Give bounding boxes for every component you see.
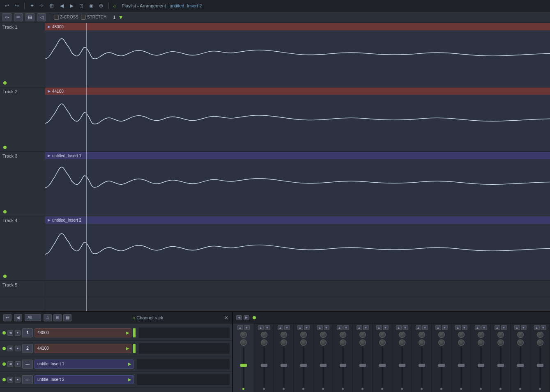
mc15-fader-thumb[interactable] xyxy=(537,364,543,367)
mc4-knob1[interactable] xyxy=(320,332,327,338)
mc10-fader-thumb[interactable] xyxy=(438,364,445,367)
mc9-knob2[interactable] xyxy=(419,339,425,346)
mc8-knob1[interactable] xyxy=(399,332,405,338)
mc12-fader-thumb[interactable] xyxy=(478,364,484,367)
cr-close-btn[interactable]: ✕ xyxy=(224,314,229,321)
mc5-knob2[interactable] xyxy=(340,339,346,346)
mc5-up[interactable]: ▲ xyxy=(337,325,343,330)
undo-icon[interactable]: ↩ xyxy=(3,2,11,9)
mc1-fader-thumb[interactable] xyxy=(261,364,267,367)
mc7-knob1[interactable] xyxy=(379,332,386,338)
mc14-knob1[interactable] xyxy=(517,332,524,338)
mc4-down[interactable]: ▼ xyxy=(324,325,329,330)
mc11-down[interactable]: ▼ xyxy=(462,325,467,330)
mc14-fader-thumb[interactable] xyxy=(517,364,524,367)
mc15-up[interactable]: ▲ xyxy=(534,325,540,330)
ch-4-name[interactable]: untitle..Insert 2 ▶ xyxy=(35,375,133,384)
mc11-fader-thumb[interactable] xyxy=(458,364,465,367)
mc3-knob2[interactable] xyxy=(300,339,307,346)
mc3-fader-thumb[interactable] xyxy=(300,364,307,367)
mc12-knob2[interactable] xyxy=(478,339,484,346)
mc8-up[interactable]: ▲ xyxy=(396,325,402,330)
draw-tool-btn[interactable]: ✏ xyxy=(14,13,23,21)
ch-1-btn1[interactable]: ◀ xyxy=(7,330,13,336)
mc8-fader-thumb[interactable] xyxy=(399,364,405,367)
cr-icon-2[interactable]: ⊞ xyxy=(53,314,62,321)
mc11-up[interactable]: ▲ xyxy=(455,325,461,330)
mc8-down[interactable]: ▼ xyxy=(403,325,408,330)
mc12-down[interactable]: ▼ xyxy=(481,325,487,330)
zcross-checkbox[interactable]: Z-CROSS xyxy=(54,15,78,20)
mc15-knob2[interactable] xyxy=(537,339,543,346)
mc11-knob1[interactable] xyxy=(458,332,465,338)
mixer-m-up[interactable]: ▲ xyxy=(237,325,243,330)
redo-icon[interactable]: ↪ xyxy=(13,2,21,9)
mc10-up[interactable]: ▲ xyxy=(435,325,441,330)
mc5-knob1[interactable] xyxy=(340,332,346,338)
mc10-down[interactable]: ▼ xyxy=(442,325,448,330)
tool-left[interactable]: ◀ xyxy=(58,2,65,9)
ch-3-btn1[interactable]: ◀ xyxy=(7,361,13,367)
mc9-down[interactable]: ▼ xyxy=(422,325,428,330)
mc13-down[interactable]: ▼ xyxy=(501,325,507,330)
mc7-knob2[interactable] xyxy=(379,339,386,346)
mc2-knob2[interactable] xyxy=(281,339,287,346)
move-tool-btn[interactable]: ⇔ xyxy=(2,13,12,21)
cr-icon-3[interactable]: ▦ xyxy=(63,314,71,321)
mc3-down[interactable]: ▼ xyxy=(304,325,310,330)
mc8-knob2[interactable] xyxy=(399,339,405,346)
mc6-knob2[interactable] xyxy=(359,339,366,346)
tool-select[interactable]: ✧ xyxy=(38,2,46,9)
mc1-down[interactable]: ▼ xyxy=(265,325,270,330)
tool-right[interactable]: ▶ xyxy=(68,2,75,9)
ch-1-name[interactable]: 48000 ▶ xyxy=(35,328,131,337)
ch-1-btn2[interactable]: ● xyxy=(15,330,21,336)
mc9-knob1[interactable] xyxy=(419,332,425,338)
mc2-down[interactable]: ▼ xyxy=(284,325,290,330)
stretch-box[interactable] xyxy=(81,15,86,20)
ch-2-btn2[interactable]: ● xyxy=(15,346,21,351)
cr-filter-dropdown[interactable]: All xyxy=(25,314,41,321)
mc11-knob2[interactable] xyxy=(458,339,465,346)
mc12-up[interactable]: ▲ xyxy=(475,325,481,330)
mc4-fader-thumb[interactable] xyxy=(320,364,327,367)
mc6-up[interactable]: ▲ xyxy=(357,325,362,330)
mc6-down[interactable]: ▼ xyxy=(363,325,369,330)
tool-plus[interactable]: ⊕ xyxy=(97,2,105,9)
mc2-up[interactable]: ▲ xyxy=(278,325,283,330)
ch-2-name[interactable]: 44100 ▶ xyxy=(35,344,131,353)
mc14-knob2[interactable] xyxy=(517,339,524,346)
mc7-up[interactable]: ▲ xyxy=(376,325,382,330)
ch-3-name[interactable]: untitle..Insert 1 ▶ xyxy=(35,360,133,369)
mc10-knob1[interactable] xyxy=(438,332,445,338)
mc7-fader-thumb[interactable] xyxy=(379,364,386,367)
snap-tool-btn[interactable]: ⊞ xyxy=(25,13,35,21)
mc15-knob1[interactable] xyxy=(537,332,543,338)
mc13-up[interactable]: ▲ xyxy=(495,325,500,330)
ch-4-btn1[interactable]: ◀ xyxy=(7,377,13,383)
cr-icon-1[interactable]: ♫ xyxy=(44,314,52,321)
ch-3-btn2[interactable]: ● xyxy=(15,361,21,367)
mc13-knob1[interactable] xyxy=(497,332,504,338)
mc9-up[interactable]: ▲ xyxy=(416,325,421,330)
tool-circle[interactable]: ◉ xyxy=(87,2,95,9)
tool-pencil[interactable]: ✦ xyxy=(28,2,36,9)
mixer-m-down[interactable]: ▼ xyxy=(244,325,250,330)
mc4-up[interactable]: ▲ xyxy=(317,325,323,330)
mc1-up[interactable]: ▲ xyxy=(258,325,264,330)
mc14-down[interactable]: ▼ xyxy=(521,325,527,330)
mc15-down[interactable]: ▼ xyxy=(541,325,546,330)
ch-4-btn2[interactable]: ● xyxy=(15,377,21,383)
mixer-prev-btn[interactable]: ◀ xyxy=(236,315,242,320)
mc1-knob2[interactable] xyxy=(261,339,267,346)
mixer-master-knob1[interactable] xyxy=(240,332,247,338)
mc6-fader-thumb[interactable] xyxy=(359,364,366,367)
ch-2-btn1[interactable]: ◀ xyxy=(7,346,13,351)
mc1-knob1[interactable] xyxy=(261,332,267,338)
mc5-down[interactable]: ▼ xyxy=(343,325,349,330)
mc6-knob1[interactable] xyxy=(359,332,366,338)
prev-btn[interactable]: ◁ xyxy=(37,13,46,21)
mc3-up[interactable]: ▲ xyxy=(297,325,303,330)
stretch-checkbox[interactable]: STRETCH xyxy=(81,15,106,20)
cr-prev-btn[interactable]: ◀ xyxy=(14,314,22,321)
